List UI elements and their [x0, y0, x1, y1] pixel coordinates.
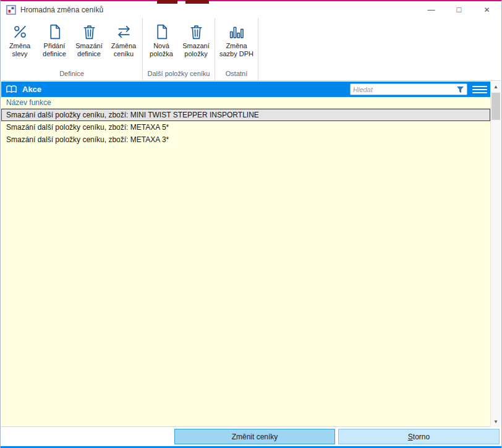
book-icon — [6, 85, 17, 94]
ribbon-group-definice: Změna slevy Přidání definice — [1, 18, 143, 80]
ribbon-group-label: Ostatní — [216, 69, 257, 80]
ribbon-group-label: Definice — [2, 69, 141, 80]
list-item[interactable]: Smazání další položky ceníku, zboží: MET… — [1, 121, 490, 133]
ribbon-group-ostatni: Změna sazby DPH Ostatní — [215, 18, 258, 80]
trash-icon — [188, 23, 205, 40]
delete-item-button[interactable]: Smazaní položky — [179, 22, 213, 60]
app-icon — [6, 5, 16, 15]
change-pricelists-button[interactable]: Změnit ceníky — [174, 429, 335, 444]
background-window-artifact — [185, 0, 209, 4]
close-button[interactable]: ✕ — [473, 1, 501, 18]
window-controls: — □ ✕ — [417, 1, 501, 18]
vertical-scrollbar[interactable]: ▲ ▼ — [490, 82, 501, 427]
new-item-button[interactable]: Nová položka — [144, 22, 179, 60]
column-header-nazev-funkce[interactable]: Název funkce — [1, 97, 490, 109]
scroll-up-icon[interactable]: ▲ — [491, 82, 501, 92]
cancel-button[interactable]: Storno — [338, 429, 500, 444]
search-box — [350, 83, 467, 95]
change-discount-button[interactable]: Změna slevy — [2, 22, 37, 60]
maximize-button[interactable]: □ — [445, 1, 473, 18]
bar-chart-icon — [228, 23, 245, 40]
delete-definition-button[interactable]: Smazání definice — [72, 22, 106, 60]
add-definition-button[interactable]: Přidání definice — [37, 22, 72, 60]
window-top-accent — [1, 0, 501, 1]
list-item[interactable]: Smazání další položky ceníku, zboží: MET… — [1, 133, 490, 146]
window-title: Hromadná změna ceníků — [20, 6, 103, 14]
scroll-down-icon[interactable]: ▼ — [491, 416, 501, 427]
filter-icon[interactable] — [456, 85, 464, 93]
trash-icon — [81, 23, 98, 40]
action-list: Název funkce Smazání další položky ceník… — [1, 97, 490, 427]
panel-title: Akce — [22, 85, 41, 94]
change-vat-rate-button[interactable]: Změna sazby DPH — [216, 22, 257, 60]
scrollbar-thumb[interactable] — [491, 93, 500, 120]
ribbon-toolbar: Změna slevy Přidání definice — [1, 18, 501, 81]
search-input[interactable] — [351, 84, 456, 95]
new-document-icon — [46, 23, 63, 40]
menu-icon[interactable] — [472, 83, 487, 95]
discount-icon — [12, 23, 28, 40]
panel-header: Akce — [1, 82, 490, 97]
swap-pricelist-button[interactable]: Záměna ceníku — [106, 22, 141, 60]
footer-bar: Změnit ceníky Storno — [1, 427, 501, 446]
background-window-artifact — [157, 0, 177, 4]
dialog-window: Hromadná změna ceníků — □ ✕ — [0, 0, 502, 448]
ribbon-group-label: Další položky ceníku — [144, 69, 213, 80]
swap-arrows-icon — [116, 23, 132, 40]
minimize-button[interactable]: — — [417, 1, 445, 18]
titlebar: Hromadná změna ceníků — □ ✕ — [1, 1, 501, 18]
new-document-icon — [153, 23, 170, 40]
ribbon-group-dalsi-polozky: Nová položka — [143, 18, 215, 80]
list-item[interactable]: Smazání další položky ceníku, zboží: MIN… — [1, 109, 490, 121]
